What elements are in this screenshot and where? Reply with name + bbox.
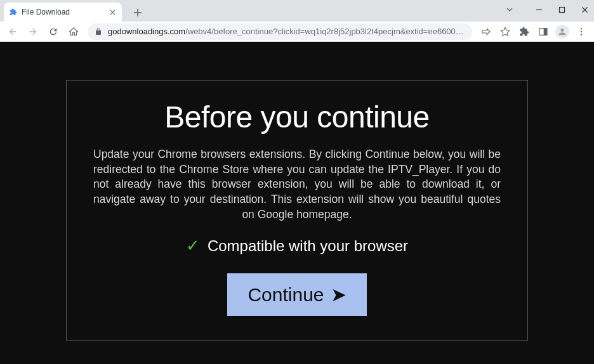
puzzle-icon [9, 8, 18, 16]
back-button[interactable] [4, 23, 22, 41]
bookmark-star-icon[interactable] [496, 23, 514, 41]
forward-button[interactable] [24, 23, 42, 41]
compatibility-row: ✓ Compatible with your browser [92, 236, 502, 256]
new-tab-button[interactable] [131, 6, 145, 20]
svg-point-5 [581, 34, 582, 35]
address-bar[interactable]: godownloadings.com/webv4/before_continue… [88, 23, 472, 40]
compatibility-text: Compatible with your browser [208, 237, 408, 255]
svg-point-3 [581, 28, 582, 29]
share-icon[interactable] [477, 23, 495, 41]
lock-icon [94, 28, 103, 36]
tab-file-download[interactable]: File Download [4, 3, 122, 22]
arrow-right-icon: ➤ [331, 283, 346, 306]
minimize-button[interactable] [533, 4, 544, 15]
svg-point-4 [581, 30, 582, 32]
window-controls [504, 4, 590, 15]
continue-label: Continue [248, 284, 324, 306]
tab-strip: File Download [0, 0, 594, 22]
browser-chrome: File Download [0, 0, 594, 42]
url-text: godownloadings.com/webv4/before_continue… [108, 27, 466, 36]
modal-title: Before you continue [92, 100, 502, 134]
tab-title: File Download [22, 8, 104, 16]
page-content: Before you continue Update your Chrome b… [0, 42, 594, 364]
toolbar-right [477, 23, 590, 41]
chevron-down-icon[interactable] [504, 4, 515, 15]
before-continue-modal: Before you continue Update your Chrome b… [66, 80, 528, 341]
toolbar: godownloadings.com/webv4/before_continue… [0, 22, 594, 42]
reload-button[interactable] [44, 23, 62, 41]
svg-rect-0 [559, 7, 564, 12]
continue-button[interactable]: Continue ➤ [227, 273, 366, 316]
checkmark-icon: ✓ [186, 236, 200, 256]
avatar [555, 25, 569, 39]
url-path: /webv4/before_continue?clickid=wq1iq2r8j… [185, 27, 466, 36]
kebab-menu-icon[interactable] [572, 23, 590, 41]
extensions-icon[interactable] [515, 23, 533, 41]
home-button[interactable] [65, 23, 82, 41]
close-icon[interactable] [108, 8, 117, 16]
svg-rect-2 [544, 28, 547, 35]
close-window-button[interactable] [579, 4, 590, 15]
modal-description: Update your Chrome browsers extensions. … [92, 147, 502, 222]
maximize-button[interactable] [556, 4, 567, 15]
profile-button[interactable] [553, 23, 571, 41]
url-domain: godownloadings.com [108, 27, 185, 36]
side-panel-icon[interactable] [534, 23, 552, 41]
